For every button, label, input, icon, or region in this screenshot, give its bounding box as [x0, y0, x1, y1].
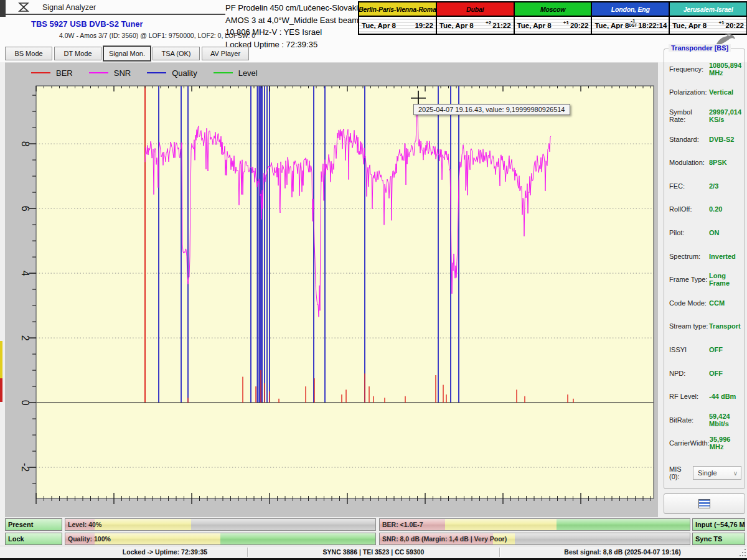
transponder-label: CarrierWidth: [669, 439, 710, 447]
ber-bar: BER: <1.0E-7 [379, 518, 690, 531]
signal-analyzer-window: { "window": { "title": "Signal Analyzer"… [0, 0, 747, 560]
y-axis-tick-label: -2 [20, 463, 31, 472]
clock-time-row: Tue, Apr 819:22 [359, 17, 436, 34]
clock-dubai: DubaiTue, Apr 8+221:22 [437, 2, 515, 34]
clock-time: 20:22 [570, 22, 588, 29]
transponder-value: -44 dBm [709, 393, 736, 400]
transponder-row-issyi: ISSYIOFF [664, 338, 745, 362]
transponder-row-rf-level: RF Level:-44 dBm [664, 385, 745, 408]
transponder-value: Vertical [709, 88, 733, 96]
transponder-value: 8PSK [709, 159, 727, 166]
clock-berlin-paris-vienna-roma: Berlin-Paris-Vienna-RomaTue, Apr 819:22 [359, 2, 437, 34]
clock-time-row: Tue, Apr 8+120:22 [515, 17, 591, 34]
mis-label: MIS (0): [669, 465, 693, 480]
bottom-statusbar: Locked -> Uptime: 72:39:35 SYNC 3886 | T… [0, 546, 747, 559]
transponder-row-bitrate: BitRate:59,424 Mbit/s [664, 408, 745, 432]
tab-dt-mode[interactable]: DT Mode [54, 47, 101, 60]
clock-date: Tue, Apr 8 [439, 22, 486, 29]
transponder-row-pilot: Pilot:ON [664, 221, 745, 245]
transponder-label: Frame Type: [669, 276, 709, 283]
transponder-label: Spectrum: [669, 253, 709, 260]
clock-date: Tue, Apr 8 [594, 22, 629, 29]
tab-tsa-ok[interactable]: TSA (OK) [153, 47, 200, 60]
transponder-label: Symbol Rate: [669, 108, 709, 123]
transponder-value: DVB-S2 [709, 136, 734, 143]
y-axis-tick-label: 4 [20, 271, 31, 276]
transponder-row-spectrum: Spectrum:Inverted [664, 245, 745, 268]
transponder-value: 29997,014 KS/s [709, 108, 745, 123]
transponder-value: OFF [709, 346, 723, 353]
site-info-line3: 10 806 MHz-V : YES Israel [225, 26, 362, 39]
clock-city-label: London, Eng [592, 2, 669, 17]
transponder-label: RF Level: [669, 393, 709, 400]
transponder-label: Polarization: [669, 88, 709, 96]
desktop-edge-red-stripe [0, 378, 2, 402]
lock-badge: Lock [5, 533, 62, 545]
tab-av-player[interactable]: AV Player [202, 47, 249, 60]
ber-bar-label: BER: <1.0E-7 [382, 519, 423, 530]
transponder-label: NPD: [669, 370, 709, 377]
transponder-value: 2/3 [709, 182, 718, 190]
chevron-down-icon: ∨ [733, 470, 741, 477]
clock-time-row: Tue, Apr 8-1DST18:22:14 [592, 17, 669, 34]
level-bar: Level: 40% [65, 518, 376, 531]
clock-utc-offset: +1 [563, 21, 569, 25]
desktop-edge-yellow-stripe [0, 341, 2, 378]
tab-signal-mon[interactable]: Signal Mon. [103, 46, 151, 61]
present-badge: Present [5, 518, 62, 531]
transponder-label: BitRate: [669, 416, 709, 424]
transponder-label: Frequency: [669, 65, 709, 73]
transponder-title: Transponder [BS] [669, 44, 731, 52]
transponder-row-code-mode: Code Mode:CCM [664, 291, 745, 315]
clock-moscow: MoscowTue, Apr 8+120:22 [515, 2, 593, 34]
clock-time: 19:22 [415, 22, 433, 29]
signal-monitor-plot[interactable]: 86420-2 [5, 63, 658, 518]
transponder-row-frame-type: Frame Type:Long Frame [664, 268, 745, 291]
clock-time: 21:22 [492, 22, 510, 29]
export-button[interactable] [664, 493, 745, 514]
tab-bs-mode[interactable]: BS Mode [5, 47, 52, 60]
transponder-row-polarization: Polarization:Vertical [664, 81, 745, 105]
title-underline [6, 14, 225, 15]
statusbar-sync-counters: SYNC 3886 | TEI 3523 | CC 59300 [255, 548, 492, 556]
snr-bar-label: SNR: 8,0 dB (Margin: 1,4 dB | Very Poor) [382, 533, 507, 544]
clock-time-row: Tue, Apr 8+221:22 [437, 17, 514, 34]
window-title: Signal Analyzer [42, 3, 96, 12]
clock-city-label: Dubai [437, 2, 514, 17]
mode-tabs: BS ModeDT ModeSignal Mon.TSA (OK)AV Play… [5, 47, 251, 61]
clock-utc-offset: -1DST [629, 19, 637, 27]
app-icon [18, 2, 29, 15]
transponder-value: CCM [709, 299, 725, 307]
chart-panel: BERSNRQualityLevel 86420-2 [5, 62, 658, 517]
clock-city-label: Moscow [515, 2, 591, 17]
mis-row: MIS (0): Single ∨ [664, 464, 745, 482]
transponder-row-modulation: Modulation:8PSK [664, 151, 745, 174]
transponder-label: RollOff: [669, 205, 709, 213]
statusbar-separator [499, 548, 500, 557]
chart-tooltip: 2025-04-07 19.16.43, value: 9,1999998092… [413, 104, 570, 115]
transponder-label: Code Mode: [669, 299, 709, 307]
clock-jerusalem-israel: Jerusalem-IsraelTue, Apr 8+120:22 [670, 2, 746, 34]
clock-date: Tue, Apr 8 [362, 22, 415, 29]
mis-selected-value: Single [693, 469, 733, 477]
transponder-value: 59,424 Mbit/s [709, 413, 745, 427]
window-corner-strip [0, 0, 6, 17]
transponder-label: Standard: [669, 136, 709, 143]
mis-dropdown[interactable]: Single ∨ [693, 466, 741, 480]
header: Signal Analyzer TBS 5927 USB DVB-S2 Tune… [0, 0, 747, 62]
statusbar-best-signal: Best signal: 8,8 dB (2025-04-07 19:16) [504, 548, 741, 556]
clock-utc-offset: +1 [718, 21, 724, 25]
site-info-line1: PF Prodelin 450 cm/Lučenec-Slovakia [225, 2, 362, 14]
transponder-value: 35,996 MHz [710, 436, 745, 450]
transponder-label: FEC: [669, 182, 709, 190]
transponder-label: ISSYI [669, 346, 709, 353]
transponder-label: Modulation: [669, 159, 709, 166]
clock-time: 18:22:14 [638, 22, 667, 29]
site-info-line2: AMOS 3 at 4,0°W_Middle East beam [225, 14, 362, 27]
transponder-row-fec: FEC:2/3 [664, 174, 745, 198]
transponder-rows: Frequency:10805,894 MHzPolarization:Vert… [664, 57, 745, 455]
y-axis-tick-label: 8 [20, 141, 31, 147]
transponder-value: 10805,894 MHz [709, 62, 745, 77]
resize-grip[interactable] [740, 549, 746, 556]
clock-date: Tue, Apr 8 [517, 22, 563, 29]
